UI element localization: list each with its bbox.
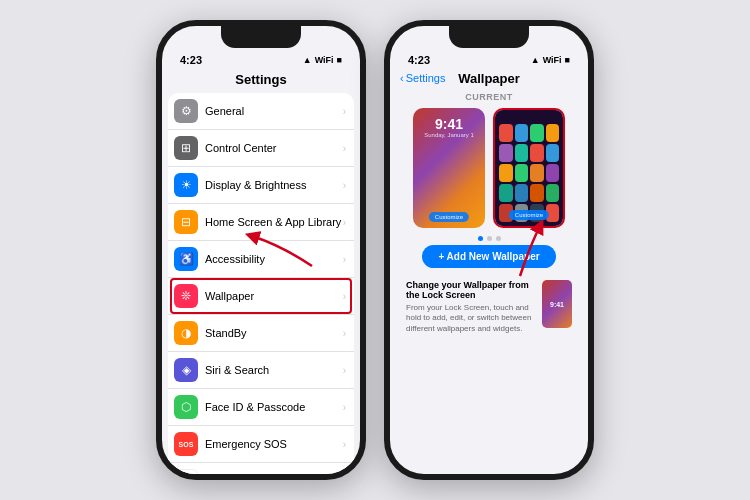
settings-item-wallpaper[interactable]: ❊ Wallpaper ›	[168, 278, 354, 315]
signal-icon-right: ▲	[531, 55, 540, 65]
lock-screen-mini-time: 9:41	[550, 301, 564, 308]
wifi-icon: WiFi	[315, 55, 334, 65]
display-label: Display & Brightness	[205, 179, 343, 191]
settings-item-standby[interactable]: ◑ StandBy ›	[168, 315, 354, 352]
settings-item-general[interactable]: ⚙ General ›	[168, 93, 354, 130]
app-dot	[515, 144, 529, 162]
standby-icon: ◑	[174, 321, 198, 345]
dot-3	[496, 236, 501, 241]
lock-screen-mini-preview: 9:41	[542, 280, 572, 328]
phone-right: 4:23 ▲ WiFi ■ ‹ Settings Wallpaper CURRE…	[384, 20, 594, 480]
faceid-icon: ⬡	[174, 395, 198, 419]
settings-item-control-center[interactable]: ⊞ Control Center ›	[168, 130, 354, 167]
settings-title: Settings	[162, 70, 360, 93]
app-dot	[546, 124, 560, 142]
lock-screen-info-text: Change your Wallpaper from the Lock Scre…	[406, 280, 534, 334]
lock-screen-customize-btn[interactable]: Customize	[429, 212, 469, 222]
app-dot	[515, 164, 529, 182]
exposure-icon: ●	[174, 469, 198, 480]
app-dot	[499, 184, 513, 202]
settings-item-home-screen[interactable]: ⊟ Home Screen & App Library ›	[168, 204, 354, 241]
time-right: 4:23	[408, 54, 430, 66]
display-icon: ☀	[174, 173, 198, 197]
app-dot	[546, 164, 560, 182]
app-dot	[515, 124, 529, 142]
current-label: CURRENT	[390, 92, 588, 102]
dot-1	[478, 236, 483, 241]
phone-left: 4:23 ▲ WiFi ■ Settings ⚙ General › ⊞ Con…	[156, 20, 366, 480]
wallpaper-icon: ❊	[174, 284, 198, 308]
settings-item-siri[interactable]: ◈ Siri & Search ›	[168, 352, 354, 389]
lock-screen-info-title: Change your Wallpaper from the Lock Scre…	[406, 280, 534, 300]
general-label: General	[205, 105, 343, 117]
lock-screen-time: 9:41	[435, 116, 463, 132]
home-screen-customize-btn[interactable]: Customize	[509, 210, 549, 220]
signal-icon: ▲	[303, 55, 312, 65]
app-dot	[530, 164, 544, 182]
exposure-label: Exposure Notifications	[205, 475, 343, 480]
sos-icon: SOS	[174, 432, 198, 456]
battery-icon: ■	[337, 55, 342, 65]
settings-item-sos[interactable]: SOS Emergency SOS ›	[168, 426, 354, 463]
wallpaper-label: Wallpaper	[205, 290, 343, 302]
app-dot	[499, 124, 513, 142]
settings-list-main: ⚙ General › ⊞ Control Center › ☀ Display…	[168, 93, 354, 480]
lock-screen-date: Sunday, January 1	[424, 132, 474, 138]
wallpaper-page-title: Wallpaper	[458, 71, 520, 86]
app-dot	[515, 184, 529, 202]
back-button[interactable]: ‹ Settings	[400, 72, 445, 84]
settings-item-faceid[interactable]: ⬡ Face ID & Passcode ›	[168, 389, 354, 426]
app-dot	[530, 124, 544, 142]
lock-screen-preview-card[interactable]: 9:41 Sunday, January 1 Customize	[413, 108, 485, 228]
lock-screen-info-card: Change your Wallpaper from the Lock Scre…	[398, 272, 580, 342]
siri-icon: ◈	[174, 358, 198, 382]
status-icons-left: ▲ WiFi ■	[303, 55, 342, 65]
control-center-icon: ⊞	[174, 136, 198, 160]
lock-screen-info-body: From your Lock Screen, touch and hold to…	[406, 303, 534, 334]
app-dot	[530, 184, 544, 202]
app-dot	[546, 184, 560, 202]
lock-screen-wallpaper-bg: 9:41 Sunday, January 1 Customize	[413, 108, 485, 228]
home-screen-wallpaper-bg	[495, 110, 563, 226]
standby-label: StandBy	[205, 327, 343, 339]
back-label: Settings	[406, 72, 446, 84]
battery-icon-right: ■	[565, 55, 570, 65]
time-left: 4:23	[180, 54, 202, 66]
back-chevron-icon: ‹	[400, 72, 404, 84]
home-screen-icon: ⊟	[174, 210, 198, 234]
dot-2	[487, 236, 492, 241]
add-wallpaper-button[interactable]: + Add New Wallpaper	[422, 245, 555, 268]
wallpaper-nav: ‹ Settings Wallpaper	[390, 70, 588, 90]
app-dot	[499, 144, 513, 162]
settings-item-accessibility[interactable]: ♿ Accessibility ›	[168, 241, 354, 278]
app-dot	[530, 144, 544, 162]
accessibility-label: Accessibility	[205, 253, 343, 265]
general-icon: ⚙	[174, 99, 198, 123]
wallpaper-previews: 9:41 Sunday, January 1 Customize	[390, 104, 588, 232]
app-dot	[499, 164, 513, 182]
accessibility-icon: ♿	[174, 247, 198, 271]
settings-item-exposure[interactable]: ● Exposure Notifications ›	[168, 463, 354, 480]
status-icons-right: ▲ WiFi ■	[531, 55, 570, 65]
siri-label: Siri & Search	[205, 364, 343, 376]
app-dot	[546, 144, 560, 162]
status-bar-left: 4:23 ▲ WiFi ■	[162, 26, 360, 70]
home-screen-label: Home Screen & App Library	[205, 216, 343, 228]
status-bar-right: 4:23 ▲ WiFi ■	[390, 26, 588, 70]
faceid-label: Face ID & Passcode	[205, 401, 343, 413]
settings-item-display[interactable]: ☀ Display & Brightness ›	[168, 167, 354, 204]
wifi-icon-right: WiFi	[543, 55, 562, 65]
sos-label: Emergency SOS	[205, 438, 343, 450]
control-center-label: Control Center	[205, 142, 343, 154]
page-indicator	[390, 236, 588, 241]
home-screen-preview-card[interactable]: Customize	[493, 108, 565, 228]
